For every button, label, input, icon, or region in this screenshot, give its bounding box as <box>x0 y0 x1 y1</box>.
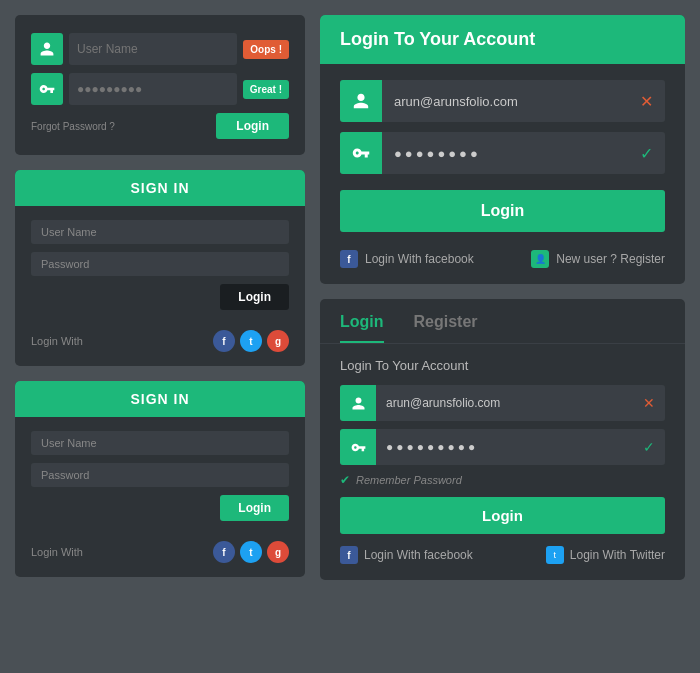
key-icon <box>39 81 55 97</box>
social-icons-3: f t g <box>213 541 289 563</box>
username-row: Oops ! <box>31 33 289 65</box>
facebook-social-btn[interactable]: f <box>213 330 235 352</box>
facebook-link-label: Login With facebook <box>365 252 474 266</box>
password-row: Great ! <box>31 73 289 105</box>
email-icon-box <box>340 80 382 122</box>
email-input-row-rb[interactable]: arun@arunsfolio.com ✕ <box>340 385 665 421</box>
rb-twitter-link-label: Login With Twitter <box>570 548 665 562</box>
rb-user-icon <box>351 396 366 411</box>
facebook-login-link[interactable]: f Login With facebook <box>340 250 474 268</box>
username-field-group[interactable]: User Name <box>31 220 289 244</box>
password-key-icon <box>352 144 370 162</box>
signin-panel-dark: SIGN IN User Name Password Login Login W… <box>15 170 305 366</box>
password-input-row-rt[interactable]: ●●●●●●●● ✓ <box>340 132 665 174</box>
facebook-icon: f <box>340 250 358 268</box>
email-error-icon: ✕ <box>628 92 665 111</box>
remember-password-row: ✔ Remember Password <box>340 473 665 487</box>
signin-header: SIGN IN <box>15 170 305 206</box>
key-icon-box <box>31 73 63 105</box>
main-login-panel: Login To Your Account arun@arunsfolio.co… <box>320 15 685 284</box>
username-field-label-3: User Name <box>41 437 279 449</box>
signin-footer: Login With f t g <box>15 322 305 366</box>
tab-login-subtitle: Login To Your Account <box>340 358 665 373</box>
rb-bottom-links: f Login With facebook t Login With Twitt… <box>340 546 665 564</box>
tab-login-btn[interactable]: Login <box>340 497 665 534</box>
register-link[interactable]: 👤 New user ? Register <box>531 250 665 268</box>
googleplus-social-btn-3[interactable]: g <box>267 541 289 563</box>
tab-login[interactable]: Login <box>340 313 384 343</box>
rb-facebook-link[interactable]: f Login With facebook <box>340 546 473 564</box>
signin-panel-green: SIGN IN User Name Password Login Login W… <box>15 381 305 577</box>
register-link-label: New user ? Register <box>556 252 665 266</box>
remember-label: Remember Password <box>356 474 462 486</box>
rb-email-error-icon: ✕ <box>633 395 665 411</box>
panel1-login-btn[interactable]: Login <box>216 113 289 139</box>
rb-email-value: arun@arunsfolio.com <box>376 396 633 410</box>
tab-login-panel: Login Register Login To Your Account aru… <box>320 299 685 580</box>
signin-footer-3: Login With f t g <box>15 533 305 577</box>
password-field-group[interactable]: Password <box>31 252 289 276</box>
googleplus-social-btn[interactable]: g <box>267 330 289 352</box>
great-badge: Great ! <box>243 80 289 99</box>
forgot-password-link[interactable]: Forgot Password ? <box>31 121 115 132</box>
rb-twitter-link[interactable]: t Login With Twitter <box>546 546 665 564</box>
rb-email-icon-box <box>340 385 376 421</box>
login-with-label: Login With <box>31 335 83 347</box>
email-input-row[interactable]: arun@arunsfolio.com ✕ <box>340 80 665 122</box>
password-input[interactable] <box>69 73 237 105</box>
password-field-label: Password <box>41 258 279 270</box>
login-with-label-3: Login With <box>31 546 83 558</box>
tab-register[interactable]: Register <box>414 313 478 343</box>
rb-password-ok-icon: ✓ <box>633 439 665 455</box>
password-dots-rt: ●●●●●●●● <box>382 146 628 161</box>
panel1-footer: Forgot Password ? Login <box>31 113 289 139</box>
email-user-icon <box>352 92 370 110</box>
signin-header-3: SIGN IN <box>15 381 305 417</box>
register-user-icon: 👤 <box>531 250 549 268</box>
login-register-tabs: Login Register <box>320 299 685 344</box>
signin-login-btn[interactable]: Login <box>220 284 289 310</box>
main-login-body: arun@arunsfolio.com ✕ ●●●●●●●● ✓ Login f… <box>320 64 685 284</box>
email-value: arun@arunsfolio.com <box>382 94 628 109</box>
signin-body-3: User Name Password Login <box>15 417 305 533</box>
social-icons: f t g <box>213 330 289 352</box>
signin-body: User Name Password Login <box>15 206 305 322</box>
facebook-social-btn-3[interactable]: f <box>213 541 235 563</box>
signin-login-btn-3[interactable]: Login <box>220 495 289 521</box>
username-field-group-3[interactable]: User Name <box>31 431 289 455</box>
rb-facebook-icon: f <box>340 546 358 564</box>
main-login-btn[interactable]: Login <box>340 190 665 232</box>
password-input-row-rb[interactable]: ●●●●●●●●● ✓ <box>340 429 665 465</box>
rb-facebook-link-label: Login With facebook <box>364 548 473 562</box>
rt-bottom-links: f Login With facebook 👤 New user ? Regis… <box>340 246 665 268</box>
user-icon-box <box>31 33 63 65</box>
user-icon <box>39 41 55 57</box>
twitter-social-btn-3[interactable]: t <box>240 541 262 563</box>
tab-login-body: Login To Your Account arun@arunsfolio.co… <box>320 344 685 580</box>
rb-twitter-icon: t <box>546 546 564 564</box>
username-input[interactable] <box>69 33 237 65</box>
username-field-label: User Name <box>41 226 279 238</box>
compact-login-panel: Oops ! Great ! Forgot Password ? Login <box>15 15 305 155</box>
twitter-social-btn[interactable]: t <box>240 330 262 352</box>
remember-check-icon: ✔ <box>340 473 350 487</box>
password-ok-icon: ✓ <box>628 144 665 163</box>
oops-badge: Oops ! <box>243 40 289 59</box>
password-field-label-3: Password <box>41 469 279 481</box>
rb-key-icon-box <box>340 429 376 465</box>
rb-key-icon <box>351 440 366 455</box>
main-login-header: Login To Your Account <box>320 15 685 64</box>
password-icon-box <box>340 132 382 174</box>
rb-password-dots: ●●●●●●●●● <box>376 440 633 454</box>
password-field-group-3[interactable]: Password <box>31 463 289 487</box>
